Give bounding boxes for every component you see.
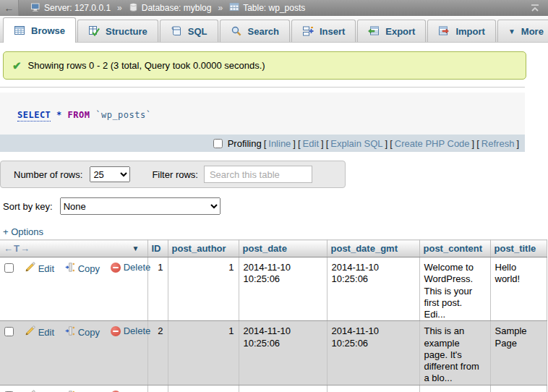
column-header-post-date[interactable]: post_date <box>239 240 327 257</box>
tab-label: Insert <box>320 26 345 37</box>
tab-search[interactable]: Search <box>220 20 290 42</box>
import-icon <box>438 25 450 37</box>
tab-browse[interactable]: Browse <box>3 17 76 43</box>
explain-sql-link[interactable]: Explain SQL <box>330 138 382 149</box>
search-icon <box>231 25 242 37</box>
inline-link[interactable]: Inline <box>268 138 291 149</box>
server-icon <box>30 2 40 14</box>
copy-action[interactable]: Copy <box>65 325 100 339</box>
delete-minus-icon <box>111 263 121 273</box>
column-header-post-content[interactable]: post_content <box>419 240 490 257</box>
number-of-rows-select[interactable]: 25 <box>90 166 130 182</box>
cell-post-date: 2014-11-14 06:33:38 <box>239 385 327 392</box>
options-toggle-link[interactable]: + Options <box>0 226 51 237</box>
delete-link: Delete <box>124 390 151 392</box>
copy-link: Copy <box>78 263 100 275</box>
tab-label: Import <box>455 26 484 37</box>
edit-action[interactable]: Edit <box>25 325 54 339</box>
table-row: Edit Copy Delete 1 1 2014-11-10 10:25:06… <box>0 257 547 321</box>
check-icon: ✔ <box>12 60 22 71</box>
copy-action[interactable]: Copy <box>65 390 100 392</box>
sql-query-box: SELECT * FROM `wp_posts` <box>0 93 525 135</box>
export-icon <box>368 25 380 37</box>
tab-label: Search <box>248 26 279 37</box>
edit-action[interactable]: Edit <box>25 390 54 392</box>
back-arrow-button[interactable]: ← <box>0 0 19 16</box>
row-checkbox[interactable] <box>4 263 14 273</box>
create-php-code-link[interactable]: Create PHP Code <box>395 138 470 149</box>
copy-link: Copy <box>78 327 100 338</box>
refresh-link[interactable]: Refresh <box>481 138 515 149</box>
delete-action[interactable]: Delete <box>111 262 151 273</box>
profiling-checkbox[interactable] <box>213 139 223 148</box>
row-actions-cell: Edit Copy Delete <box>0 321 147 385</box>
cell-post-author: 1 <box>168 321 239 385</box>
tab-insert[interactable]: Insert <box>291 20 356 42</box>
column-header-post-date-gmt[interactable]: post_date_gmt <box>327 240 419 257</box>
tab-import[interactable]: Import <box>427 20 495 42</box>
sort-by-key-select[interactable]: None <box>60 197 221 215</box>
number-of-rows-label: Number of rows: <box>14 169 82 180</box>
section-divider <box>0 87 525 88</box>
edit-action[interactable]: Edit <box>25 262 54 276</box>
cell-post-date-gmt: 2014-11-10 10:25:06 <box>327 321 419 385</box>
sql-keyword-from: FROM <box>68 110 90 120</box>
sort-control-row: Sort by key: None <box>0 197 548 215</box>
query-actions-bar: Profiling [ Inline ] [ Edit ] [ Explain … <box>0 135 525 152</box>
chevron-down-icon[interactable]: ▼ <box>132 244 140 252</box>
edit-pencil-icon <box>25 325 35 339</box>
cell-post-title: Auto Draft <box>490 385 547 392</box>
row-actions-cell: Edit Copy Delete <box>0 257 147 321</box>
cell-post-content: Welcome to WordPress. This is your first… <box>419 257 490 321</box>
cell-post-title: Hello world! <box>490 257 547 321</box>
table-row: Edit Copy Delete 2 1 2014-11-10 10:25:06… <box>0 321 547 385</box>
cell-post-content: This is an example page. It's different … <box>419 321 490 385</box>
tab-sql[interactable]: SQL <box>160 20 218 42</box>
cell-post-date-gmt: 0000-00-00 00:00:00 <box>327 385 419 392</box>
bracket: ] <box>472 138 475 149</box>
collapse-panel-icon[interactable] <box>529 3 541 13</box>
rows-control-panel: Number of rows: 25 Filter rows: <box>0 161 346 188</box>
tab-more[interactable]: ▼ More <box>497 20 548 42</box>
copy-action[interactable]: Copy <box>65 262 100 276</box>
copy-row-icon <box>65 325 75 339</box>
row-actions-cell: Edit Copy Delete <box>0 385 147 392</box>
bracket: [ <box>264 138 267 149</box>
database-icon <box>129 2 138 14</box>
breadcrumb-table[interactable]: Table: wp_posts <box>229 2 305 14</box>
delete-action[interactable]: Delete <box>111 325 151 337</box>
breadcrumb-server[interactable]: Server: 127.0.0.1 <box>30 2 111 14</box>
actions-header-cell: ←T→ ▼ <box>0 240 147 257</box>
breadcrumb-database[interactable]: Database: myblog <box>129 2 212 14</box>
copy-row-icon <box>65 262 75 276</box>
transpose-columns-control[interactable]: ←T→ <box>4 243 30 254</box>
row-checkbox[interactable] <box>4 327 14 336</box>
breadcrumb-separator: » <box>218 3 223 13</box>
column-header-post-author[interactable]: post_author <box>168 240 239 257</box>
bracket: [ <box>298 138 301 149</box>
column-header-id[interactable]: ID <box>147 240 168 257</box>
breadcrumb-database-label: Database: myblog <box>142 3 212 13</box>
breadcrumb-separator: » <box>117 3 122 13</box>
delete-action[interactable]: Delete <box>111 390 151 392</box>
copy-row-icon <box>65 390 75 392</box>
breadcrumb-bar: ← Server: 127.0.0.1 » Database: myblog »… <box>0 0 548 16</box>
edit-link: Edit <box>38 327 54 338</box>
cell-post-date: 2014-11-10 10:25:06 <box>239 321 327 385</box>
table-row: Edit Copy Delete 3 1 2014-11-14 06:33:38… <box>0 385 547 392</box>
bracket: ] <box>516 138 519 149</box>
tab-export[interactable]: Export <box>357 20 426 42</box>
tab-structure[interactable]: Structure <box>77 20 158 42</box>
browse-table-icon <box>14 25 25 36</box>
breadcrumb: Server: 127.0.0.1 » Database: myblog » T… <box>30 2 305 14</box>
edit-query-link[interactable]: Edit <box>303 138 319 149</box>
results-table: ←T→ ▼ ID post_author post_date post_date… <box>0 239 547 392</box>
bracket: [ <box>390 138 393 149</box>
edit-pencil-icon <box>25 262 35 276</box>
table-header-row: ←T→ ▼ ID post_author post_date post_date… <box>0 240 547 257</box>
filter-rows-input[interactable] <box>204 166 312 183</box>
bracket: ] <box>385 138 388 149</box>
column-header-post-title[interactable]: post_title <box>490 240 547 257</box>
tab-label: Export <box>385 26 415 37</box>
table-icon <box>229 2 239 14</box>
